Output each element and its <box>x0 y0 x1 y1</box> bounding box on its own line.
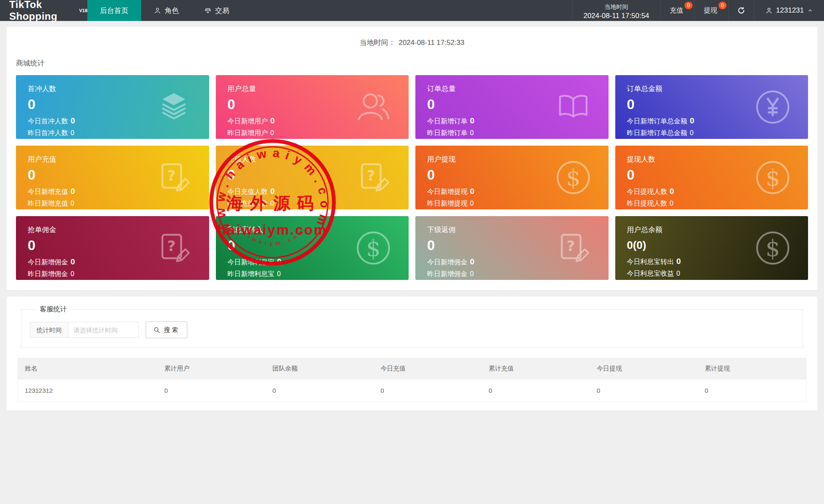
stat-card-line1-value: 0 <box>470 257 475 266</box>
withdraw-menu-item[interactable]: 提现 0 <box>694 0 728 21</box>
stat-card: 用户总量 0 今日新增用户0 昨日新增用户0 <box>216 75 409 139</box>
table-cell: 0 <box>157 379 265 402</box>
search-form: 统计时间 搜索 <box>30 321 794 338</box>
user-icon <box>765 7 773 14</box>
local-time-label: 当地时间 <box>583 3 649 11</box>
table-cell: 12312312 <box>18 379 158 402</box>
stat-card-line1-label: 今日新增提现 <box>427 188 467 195</box>
stats-card-grid: 首冲人数 0 今日首冲人数0 昨日首冲人数0 用户总量 0 今日新增用户0 昨日… <box>7 68 817 290</box>
stat-card-line2-value: 0 <box>270 200 274 207</box>
search-button-label: 搜索 <box>164 326 180 334</box>
tab-roles[interactable]: 角色 <box>141 0 192 21</box>
doc-icon <box>155 229 193 267</box>
content-time-label: 当地时间： <box>360 39 395 47</box>
scales-icon <box>204 7 212 14</box>
dollar-icon <box>354 229 393 267</box>
stat-card-line2-label: 昨日新增订单 <box>427 129 467 136</box>
table-cell: 0 <box>698 379 806 402</box>
stat-card-line1-label: 今日利息宝转出 <box>627 258 674 265</box>
refresh-button[interactable] <box>728 0 754 21</box>
stat-card-line1-value: 0 <box>670 187 674 196</box>
stat-card-line1-label: 今日充值人数 <box>228 188 268 195</box>
stat-card-line1-value: 0 <box>470 116 475 125</box>
navbar-right: 当地时间 2024-08-11 17:50:54 充值 0 提现 0 12312… <box>572 0 824 21</box>
stat-card-line1-value: 0 <box>71 116 75 125</box>
stat-card: 订单总金额 0 今日新增订单总金额0 昨日新增订单总金额0 <box>615 75 808 139</box>
username: 1231231 <box>776 6 804 15</box>
nav-tabs: 后台首页 角色 交易 <box>87 0 242 21</box>
dollar-icon <box>554 158 593 197</box>
stat-card: 用户提现 0 今日新增提现0 昨日新增提现0 <box>415 146 609 209</box>
tab-dashboard-label: 后台首页 <box>100 6 129 16</box>
service-stats-panel: 客服统计 统计时间 搜索 姓名 累计用户 团队余额 今日充值 累计充值 今日提现… <box>7 297 817 410</box>
stat-card: 利息宝转入 0 今日新增利息宝0 昨日新增利息宝0 <box>216 216 409 280</box>
stat-card-line2-value: 0 <box>470 129 474 136</box>
stat-card-line2-label: 昨日新增佣金 <box>427 270 467 277</box>
search-icon <box>153 326 160 334</box>
table-header-cell: 今日充值 <box>374 358 482 379</box>
stat-card-line2-value: 0 <box>470 200 474 207</box>
stat-card-line2-label: 昨日新增订单总金额 <box>627 129 688 136</box>
stat-card-line1-label: 今日新增订单总金额 <box>627 118 688 125</box>
stat-card-line1-value: 0 <box>470 187 475 196</box>
table-row[interactable]: 12312312 0 0 0 0 0 0 <box>18 379 806 402</box>
stat-card: 首冲人数 0 今日首冲人数0 昨日首冲人数0 <box>16 75 209 139</box>
yen-icon <box>753 88 792 126</box>
table-header-cell: 累计用户 <box>157 358 265 379</box>
table-cell: 0 <box>482 379 590 402</box>
table-header-cell: 姓名 <box>18 358 158 379</box>
stat-card-line2-label: 昨日新增佣金 <box>28 270 68 277</box>
content-time-line: 当地时间：2024-08-11 17:52:33 <box>7 27 817 47</box>
local-time-block: 当地时间 2024-08-11 17:50:54 <box>572 0 660 21</box>
recharge-badge: 0 <box>685 2 693 9</box>
table-cell: 0 <box>590 379 698 402</box>
stat-card-line2-label: 昨日首冲人数 <box>28 129 68 136</box>
stat-card: 充值人数 0 今日充值人数0 昨日充值人数0 <box>216 146 409 209</box>
stat-time-input[interactable] <box>68 322 139 338</box>
stat-card-line2-label: 昨日新增充值 <box>28 200 68 207</box>
dollar-icon <box>753 229 792 267</box>
book-icon <box>554 88 593 126</box>
recharge-menu-item[interactable]: 充值 0 <box>660 0 694 21</box>
table-header-cell: 今日提现 <box>590 358 698 379</box>
table-header-cell: 累计充值 <box>482 358 590 379</box>
stat-card-line2-value: 0 <box>71 129 74 136</box>
top-navbar: TikTok Shopping V18 后台首页 角色 交易 当地时间 2024… <box>0 0 824 21</box>
recharge-label: 充值 <box>670 6 683 15</box>
table-header-row: 姓名 累计用户 团队余额 今日充值 累计充值 今日提现 累计提现 <box>18 358 806 379</box>
stat-card-line1-label: 今日提现人数 <box>627 188 667 195</box>
refresh-icon <box>737 6 745 15</box>
tab-trade-label: 交易 <box>215 6 229 16</box>
brand-logo[interactable]: TikTok Shopping V18 <box>0 0 87 21</box>
stat-card-line2-label: 昨日新增利息宝 <box>228 270 275 277</box>
stat-card-line1-value: 0 <box>71 257 75 266</box>
stat-card-line2-value: 0 <box>677 270 680 277</box>
stat-card-line2-label: 昨日新增用户 <box>228 129 268 136</box>
stat-card-line1-value: 0 <box>690 116 695 125</box>
stat-card: 用户总余额 0(0) 今日利息宝转出0 今日利息宝收益0 <box>615 216 808 280</box>
tab-roles-label: 角色 <box>165 6 179 16</box>
brand-version: V18 <box>79 8 87 13</box>
doc-icon <box>155 158 193 197</box>
stat-card-line2-label: 今日利息宝收益 <box>627 270 674 277</box>
table-cell: 0 <box>374 379 482 402</box>
stat-card: 下级返佣 0 今日新增佣金0 昨日新增佣金0 <box>415 216 609 280</box>
mall-stats-title: 商城统计 <box>16 58 817 68</box>
table-header-cell: 团队余额 <box>266 358 374 379</box>
tab-dashboard[interactable]: 后台首页 <box>87 0 141 21</box>
stat-card-line1-label: 今日新增充值 <box>28 188 68 195</box>
chevron-up-icon <box>807 8 813 13</box>
mall-stats-panel: 当地时间：2024-08-11 17:52:33 商城统计 首冲人数 0 今日首… <box>7 27 817 290</box>
user-menu[interactable]: 1231231 <box>754 0 824 21</box>
tab-trade[interactable]: 交易 <box>192 0 242 21</box>
stat-card-line1-value: 0 <box>277 257 282 266</box>
person-icon <box>154 7 161 14</box>
layers-icon <box>155 88 193 126</box>
stat-card-line2-label: 昨日提现人数 <box>627 200 667 207</box>
stat-card-line2-value: 0 <box>470 270 474 277</box>
stat-card-line2-label: 昨日新增提现 <box>427 200 467 207</box>
stat-card: 用户充值 0 今日新增充值0 昨日新增充值0 <box>16 146 209 209</box>
stat-card-line2-value: 0 <box>670 200 674 207</box>
search-button[interactable]: 搜索 <box>146 321 187 338</box>
stat-card-line2-value: 0 <box>71 270 74 277</box>
